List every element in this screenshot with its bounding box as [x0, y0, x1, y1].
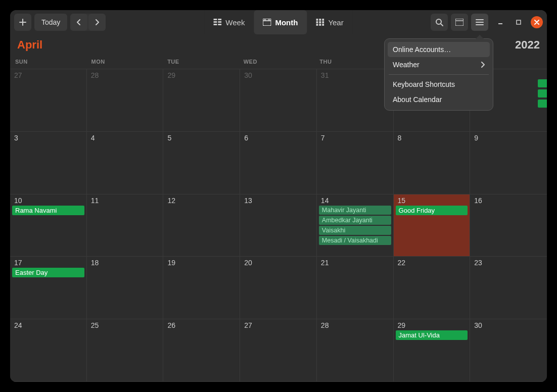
- day-number: 28: [89, 71, 161, 79]
- day-cell[interactable]: 29: [163, 69, 240, 132]
- svg-rect-2: [213, 21, 217, 23]
- event-chip[interactable]: Rama Navami: [12, 206, 84, 215]
- search-button[interactable]: [431, 14, 448, 31]
- day-cell[interactable]: 13: [240, 194, 317, 257]
- weekday-label: MON: [88, 56, 165, 69]
- day-number: 27: [242, 321, 314, 329]
- day-number: 17: [12, 259, 84, 267]
- event-chip-peek[interactable]: [538, 79, 547, 87]
- day-cell[interactable]: 15Good Friday: [394, 194, 471, 257]
- menu-weather-label: Weather: [393, 61, 420, 69]
- day-number: 11: [89, 197, 161, 205]
- menu-weather[interactable]: Weather: [388, 57, 490, 72]
- svg-rect-13: [316, 21, 318, 23]
- day-cell[interactable]: 19: [163, 257, 240, 319]
- day-cell[interactable]: 17Easter Day: [10, 257, 87, 319]
- menu-online-accounts[interactable]: Online Accounts…: [388, 42, 490, 57]
- event-chip[interactable]: Easter Day: [12, 268, 84, 277]
- day-number: 29: [396, 321, 468, 329]
- svg-rect-4: [213, 24, 217, 25]
- weekday-label: THU: [316, 56, 393, 69]
- day-cell[interactable]: 21: [317, 257, 394, 319]
- day-number: 28: [319, 321, 391, 329]
- day-cell[interactable]: 24: [10, 319, 87, 382]
- day-number: 16: [472, 197, 545, 205]
- day-number: 3: [12, 134, 84, 142]
- day-cell[interactable]: 7: [317, 132, 394, 194]
- week-icon: [213, 19, 221, 26]
- minimize-icon: [498, 20, 503, 25]
- close-icon: [534, 20, 539, 25]
- svg-rect-12: [322, 19, 324, 21]
- event-chip-peek[interactable]: [538, 89, 547, 97]
- view-month-button[interactable]: Month: [254, 10, 307, 34]
- day-cell[interactable]: 3: [10, 132, 87, 194]
- day-cell[interactable]: 26: [163, 319, 240, 382]
- year-icon: [316, 19, 324, 26]
- day-cell[interactable]: 5: [163, 132, 240, 194]
- day-cell[interactable]: 23: [470, 257, 547, 319]
- maximize-icon: [516, 20, 521, 25]
- add-event-button[interactable]: [14, 14, 31, 31]
- calendar-grid: 272829303112345678910Rama Navami11121314…: [10, 69, 547, 382]
- event-chip[interactable]: Ambedkar Jayanti: [319, 216, 391, 225]
- event-chip[interactable]: Mesadi / Vaisakhadi: [319, 236, 391, 245]
- day-cell[interactable]: 16: [470, 194, 547, 257]
- day-cell[interactable]: 10Rama Navami: [10, 194, 87, 257]
- day-cell[interactable]: 14Mahavir JayantiAmbedkar JayantiVaisakh…: [317, 194, 394, 257]
- day-number: 9: [472, 134, 545, 142]
- day-cell[interactable]: 27: [10, 69, 87, 132]
- chevron-left-icon: [76, 19, 81, 25]
- day-cell[interactable]: 12: [163, 194, 240, 257]
- prev-button[interactable]: [70, 14, 87, 31]
- calendar-picker-button[interactable]: [451, 14, 468, 31]
- day-number: 15: [396, 197, 468, 205]
- window-minimize-button[interactable]: [494, 16, 506, 28]
- search-icon: [435, 18, 443, 26]
- right-controls: [431, 14, 543, 31]
- svg-rect-6: [263, 19, 271, 26]
- event-chip[interactable]: Vaisakhi: [319, 226, 391, 235]
- menu-keyboard-shortcuts[interactable]: Keyboard Shortcuts: [388, 77, 490, 92]
- day-cell[interactable]: 22: [394, 257, 471, 319]
- day-cell[interactable]: 20: [240, 257, 317, 319]
- menu-about[interactable]: About Calendar: [388, 92, 490, 107]
- day-cell[interactable]: 30: [470, 319, 547, 382]
- day-number: 18: [89, 259, 161, 267]
- today-button[interactable]: Today: [34, 14, 67, 31]
- chevron-right-icon: [481, 62, 485, 68]
- day-cell[interactable]: 29Jamat Ul-Vida: [394, 319, 471, 382]
- event-chip-peek[interactable]: [538, 100, 547, 108]
- svg-rect-11: [319, 19, 321, 21]
- day-number: 7: [319, 134, 391, 142]
- day-cell[interactable]: 25: [87, 319, 164, 382]
- event-chip[interactable]: Jamat Ul-Vida: [396, 330, 468, 340]
- svg-rect-14: [319, 21, 321, 23]
- day-cell[interactable]: 28: [87, 69, 164, 132]
- day-cell[interactable]: 6: [240, 132, 317, 194]
- day-cell[interactable]: 31: [317, 69, 394, 132]
- day-number: 25: [89, 321, 161, 329]
- day-number: 6: [242, 134, 314, 142]
- day-number: 12: [165, 197, 238, 205]
- hamburger-menu-button[interactable]: [471, 14, 488, 31]
- day-cell[interactable]: 30: [240, 69, 317, 132]
- day-cell[interactable]: 18: [87, 257, 164, 319]
- window-maximize-button[interactable]: [513, 16, 525, 28]
- day-cell[interactable]: 28: [317, 319, 394, 382]
- event-chip[interactable]: Good Friday: [396, 206, 468, 215]
- event-chip[interactable]: Mahavir Jayanti: [319, 206, 391, 215]
- day-cell[interactable]: 9: [470, 132, 547, 194]
- svg-rect-27: [517, 20, 521, 24]
- day-number: 13: [242, 197, 314, 205]
- calendar-icon: [455, 19, 463, 26]
- view-year-button[interactable]: Year: [307, 10, 352, 34]
- day-cell[interactable]: 11: [87, 194, 164, 257]
- day-cell[interactable]: 4: [87, 132, 164, 194]
- window-close-button[interactable]: [531, 16, 543, 28]
- day-cell[interactable]: 27: [240, 319, 317, 382]
- day-number: 10: [12, 197, 84, 205]
- day-cell[interactable]: 8: [394, 132, 471, 194]
- view-week-button[interactable]: Week: [204, 10, 254, 34]
- next-button[interactable]: [88, 14, 106, 31]
